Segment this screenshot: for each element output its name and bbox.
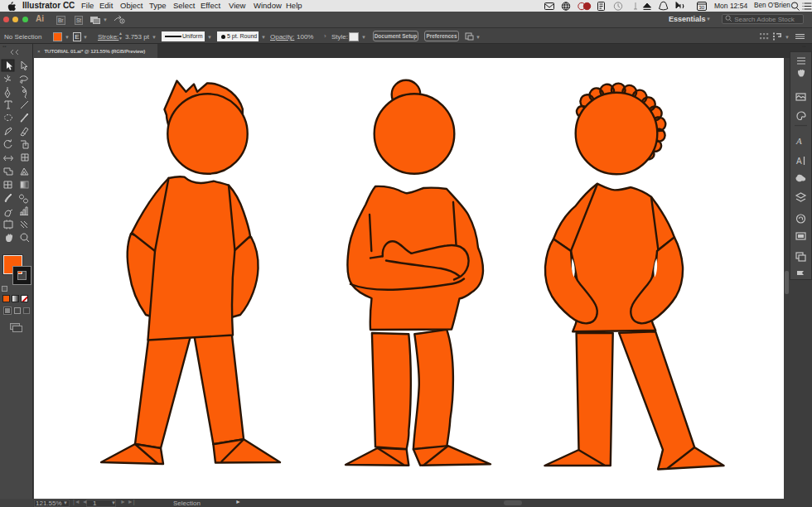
svg-text:A: A <box>796 157 802 166</box>
svg-text:A: A <box>795 136 802 146</box>
